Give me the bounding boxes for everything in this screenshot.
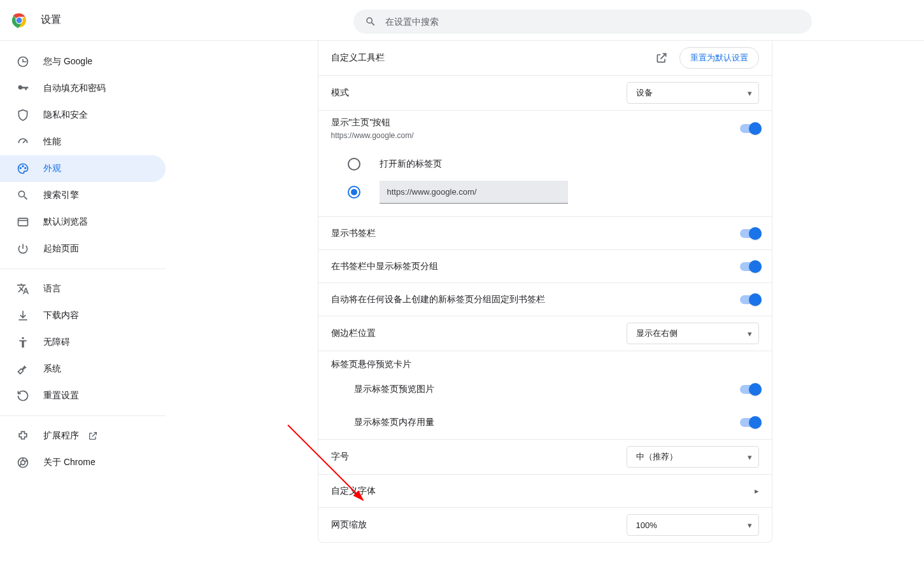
sidebar-item-label: 关于 Chrome [43, 457, 96, 468]
row-home-button: 显示"主页"按钮 https://www.google.com/ [318, 110, 772, 146]
sidebar-item-privacy[interactable]: 隐私和安全 [0, 102, 166, 129]
home-url-input[interactable] [380, 181, 568, 204]
sidebar-item-startup[interactable]: 起始页面 [0, 235, 166, 262]
sidebar-item-label: 自动填充和密码 [43, 83, 106, 94]
sidebar-item-label: 外观 [43, 163, 61, 174]
sidebar-item-languages[interactable]: 语言 [0, 276, 166, 302]
page-zoom-select[interactable]: 100% ▾ [627, 514, 759, 536]
select-value: 100% [636, 520, 657, 530]
palette-icon [17, 162, 29, 175]
sidebar-item-label: 起始页面 [43, 243, 79, 255]
label: 显示标签页内存用量 [354, 417, 740, 428]
sidebar-item-label: 重置设置 [43, 390, 79, 401]
label: 自动将在任何设备上创建的新标签页分组固定到书签栏 [331, 294, 740, 305]
hover-images-toggle[interactable] [740, 385, 759, 394]
sidebar-item-about[interactable]: 关于 Chrome [0, 449, 166, 476]
sidebar-item-label: 隐私和安全 [43, 109, 88, 121]
key-icon [17, 82, 29, 95]
pin-groups-toggle[interactable] [740, 295, 759, 304]
row-mode: 模式 设备 ▾ [318, 75, 772, 110]
sub-label: https://www.google.com/ [331, 131, 740, 140]
bookmarks-bar-toggle[interactable] [740, 229, 759, 238]
radio-icon [348, 158, 360, 171]
sidebar-item-performance[interactable]: 性能 [0, 129, 166, 155]
main-content: 自定义工具栏 重置为默认设置 模式 设备 ▾ [166, 41, 924, 579]
page-title: 设置 [41, 13, 61, 27]
row-side-panel: 侧边栏位置 显示在右侧 ▾ [318, 316, 772, 351]
shield-icon [17, 109, 29, 122]
chrome-icon [17, 456, 29, 469]
sidebar-item-label: 系统 [43, 363, 61, 375]
label: 字号 [331, 451, 627, 463]
sidebar-item-label: 性能 [43, 136, 61, 148]
svg-point-4 [20, 167, 21, 169]
appearance-card: 自定义工具栏 重置为默认设置 模式 设备 ▾ [318, 41, 772, 543]
home-button-toggle[interactable] [740, 124, 759, 133]
translate-icon [17, 283, 29, 295]
chevron-right-icon: ▸ [755, 486, 759, 496]
row-bookmarks-bar: 显示书签栏 [318, 216, 772, 249]
row-custom-fonts[interactable]: 自定义字体 ▸ [318, 474, 772, 507]
sidebar-item-search-engine[interactable]: 搜索引擎 [0, 182, 166, 209]
sidebar-item-accessibility[interactable]: 无障碍 [0, 329, 166, 356]
reset-default-button[interactable]: 重置为默认设置 [679, 47, 759, 69]
sidebar-item-extensions[interactable]: 扩展程序 [0, 422, 166, 449]
window-icon [17, 216, 29, 228]
sidebar-item-downloads[interactable]: 下载内容 [0, 302, 166, 329]
search-icon [365, 16, 376, 27]
label: 显示"主页"按钮 [331, 117, 740, 129]
sidebar-item-label: 下载内容 [43, 310, 79, 321]
radio-option-custom-url[interactable] [348, 178, 759, 206]
select-value: 设备 [636, 87, 653, 99]
google-icon [17, 55, 29, 68]
open-external-icon[interactable] [655, 52, 668, 64]
label: 自定义字体 [331, 485, 755, 497]
radio-icon [348, 186, 360, 199]
sidebar-item-reset[interactable]: 重置设置 [0, 382, 166, 409]
external-link-icon [88, 431, 98, 441]
sidebar-divider [0, 269, 166, 269]
hover-memory-toggle[interactable] [740, 418, 759, 427]
sidebar-item-system[interactable]: 系统 [0, 356, 166, 382]
mode-select[interactable]: 设备 ▾ [627, 82, 759, 104]
tab-groups-toggle[interactable] [740, 262, 759, 271]
svg-point-6 [25, 167, 26, 169]
download-icon [17, 309, 29, 322]
radio-option-newtab[interactable]: 打开新的标签页 [348, 150, 759, 178]
row-page-zoom: 网页缩放 100% ▾ [318, 507, 772, 542]
sidebar-item-label: 搜索引擎 [43, 190, 79, 201]
chrome-logo-icon [11, 13, 27, 28]
search-settings[interactable] [353, 10, 812, 34]
row-hover-memory: 显示标签页内存用量 [318, 406, 772, 439]
sidebar-item-label: 语言 [43, 283, 61, 295]
chevron-down-icon: ▾ [748, 520, 752, 530]
chevron-down-icon: ▾ [748, 329, 752, 338]
label: 在书签栏中显示标签页分组 [331, 261, 740, 272]
sidebar: 您与 Google 自动填充和密码 隐私和安全 性能 外观 搜索引擎 默认浏览器 [0, 41, 166, 579]
font-size-select[interactable]: 中（推荐） ▾ [627, 446, 759, 468]
label: 模式 [331, 87, 627, 99]
sidebar-item-label: 您与 Google [43, 56, 92, 67]
extension-icon [17, 429, 29, 442]
search-input[interactable] [385, 17, 800, 27]
app-header: 设置 [0, 0, 924, 41]
search-wrap [353, 10, 812, 34]
label: 显示标签页预览图片 [354, 384, 740, 395]
svg-point-2 [17, 17, 22, 23]
sidebar-item-label: 默认浏览器 [43, 216, 88, 228]
sidebar-item-default-browser[interactable]: 默认浏览器 [0, 209, 166, 235]
chevron-down-icon: ▾ [748, 88, 752, 98]
restore-icon [17, 389, 29, 402]
sidebar-item-label: 扩展程序 [43, 430, 79, 442]
row-tab-groups-bookmark: 在书签栏中显示标签页分组 [318, 249, 772, 283]
sidebar-item-you-and-google[interactable]: 您与 Google [0, 48, 166, 75]
speed-icon [17, 136, 29, 148]
sidebar-item-autofill[interactable]: 自动填充和密码 [0, 75, 166, 102]
sidebar-item-appearance[interactable]: 外观 [0, 155, 166, 182]
side-panel-select[interactable]: 显示在右侧 ▾ [627, 323, 759, 344]
svg-point-8 [22, 337, 24, 339]
select-value: 中（推荐） [636, 451, 678, 463]
svg-point-5 [22, 165, 24, 167]
sidebar-item-label: 无障碍 [43, 337, 70, 348]
row-customize-toolbar[interactable]: 自定义工具栏 重置为默认设置 [318, 41, 772, 75]
